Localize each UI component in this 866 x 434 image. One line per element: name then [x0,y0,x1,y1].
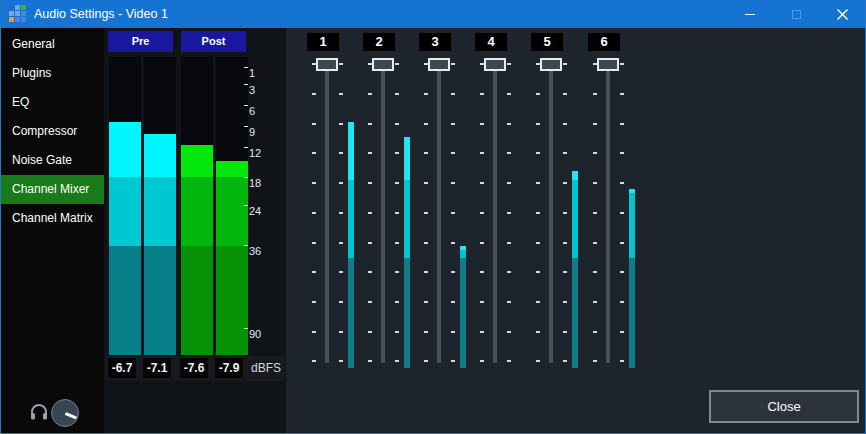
slider-scale-tick [480,152,484,154]
slider-scale-tick [536,182,540,184]
dbfs-unit-label: dBFS [251,361,281,375]
scale-label: 1 [249,67,255,79]
channel-slider-handle[interactable] [484,58,506,71]
slider-scale-tick [563,182,567,184]
channel-slider-handle[interactable] [597,58,619,71]
headphones-monitor-button[interactable] [29,402,49,422]
channel-level-meter-segment [629,193,635,258]
channel-slider-track[interactable] [381,70,385,363]
minimize-button[interactable] [727,0,773,28]
slider-scale-tick [395,301,399,303]
slider-scale-tick [620,152,624,154]
channel-slider-handle[interactable] [428,58,450,71]
meter-bar-segment [109,122,141,177]
slider-scale-tick [593,123,597,125]
channel-number-label: 5 [531,33,563,51]
slider-scale-tick [368,93,372,95]
channel-number-label: 3 [419,33,451,51]
slider-scale-tick [339,360,343,362]
slider-scale-tick [395,360,399,362]
app-icon-square [21,5,26,10]
meter-bar-segment [216,161,248,177]
slider-scale-tick [368,123,372,125]
slider-scale-tick [620,301,624,303]
slider-scale-tick [451,212,455,214]
scale-label: 24 [249,205,261,217]
slider-scale-tick [620,123,624,125]
slider-scale-tick [312,182,316,184]
sidebar-item-channel-matrix[interactable]: Channel Matrix [1,204,104,233]
slider-scale-tick [424,182,428,184]
close-window-button[interactable] [819,0,865,28]
channel-slider-track[interactable] [437,70,441,363]
slider-scale-tick [480,331,484,333]
maximize-button[interactable] [773,0,819,28]
monitor-volume-knob[interactable] [51,399,79,427]
channel-slider-track[interactable] [493,70,497,363]
scale-tick-mark [244,126,248,127]
channel-slider-handle[interactable] [540,58,562,71]
channel-slider-handle[interactable] [372,58,394,71]
sidebar-item-plugins[interactable]: Plugins [1,59,104,88]
channel-slider-track[interactable] [325,70,329,363]
slider-scale-tick [563,123,567,125]
channel-level-meter-segment [460,258,466,368]
meter-group-header-post: Post [181,31,246,52]
slider-scale-tick [368,301,372,303]
close-button[interactable]: Close [709,390,859,423]
meter-bar-segment [144,134,176,177]
slider-scale-tick [368,360,372,362]
slider-scale-tick [593,242,597,244]
meter-bar-segment [109,177,141,246]
slider-scale-tick [563,331,567,333]
slider-scale-tick [563,301,567,303]
slider-scale-tick [536,331,540,333]
slider-scale-tick [620,93,624,95]
slider-scale-tick [451,331,455,333]
slider-scale-tick [312,152,316,154]
slider-scale-tick [339,242,343,244]
app-icon-square [15,11,20,16]
slider-scale-tick [451,93,455,95]
slider-scale-tick [395,152,399,154]
slider-scale-tick [312,242,316,244]
slider-scale-tick [507,331,511,333]
slider-scale-tick [563,152,567,154]
slider-scale-tick [593,331,597,333]
meter-bar-segment [144,246,176,355]
channel-level-meter-segment [348,180,354,258]
sidebar-item-compressor[interactable]: Compressor [1,117,104,146]
channel-slider-track[interactable] [549,70,553,363]
meter-readout: -7.9 [215,358,243,378]
slider-scale-tick [339,152,343,154]
channel-number-label: 2 [363,33,395,51]
maximize-icon [792,10,801,19]
sidebar-item-channel-mixer[interactable]: Channel Mixer [1,175,104,204]
channel-slider-handle[interactable] [316,58,338,71]
channel-slider-track[interactable] [606,70,610,363]
sidebar-item-noise-gate[interactable]: Noise Gate [1,146,104,175]
slider-scale-tick [563,93,567,95]
slider-scale-tick [424,93,428,95]
title-bar[interactable]: Audio Settings - Video 1 [1,0,865,28]
slider-scale-tick [507,301,511,303]
channel-level-meter-segment [348,122,354,180]
sidebar-item-eq[interactable]: EQ [1,88,104,117]
slider-scale-tick [507,212,511,214]
slider-scale-tick [480,301,484,303]
channel-number-label: 4 [475,33,507,51]
slider-scale-tick [395,123,399,125]
channel-level-meter-segment [460,250,466,258]
slider-scale-tick [593,301,597,303]
sidebar-item-general[interactable]: General [1,30,104,59]
meter-readout: -6.7 [108,358,136,378]
meter-group-header-pre: Pre [108,31,173,52]
slider-scale-tick [480,182,484,184]
slider-scale-tick [339,301,343,303]
scale-tick-mark [244,67,248,68]
slider-scale-tick [480,123,484,125]
app-icon-square [9,11,14,16]
slider-scale-tick [312,271,316,273]
slider-scale-tick [451,301,455,303]
slider-scale-tick [395,93,399,95]
